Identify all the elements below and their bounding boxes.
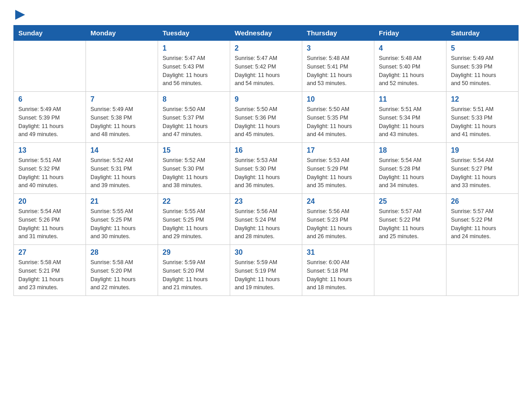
day-number: 3	[307, 44, 369, 52]
day-number: 2	[235, 44, 297, 52]
day-number: 7	[90, 95, 153, 103]
calendar-cell: 3Sunrise: 5:48 AMSunset: 5:41 PMDaylight…	[302, 41, 374, 92]
calendar-week-row: 1Sunrise: 5:47 AMSunset: 5:43 PMDaylight…	[14, 41, 519, 92]
day-number: 13	[18, 146, 81, 154]
day-info: Sunrise: 5:56 AMSunset: 5:23 PMDaylight:…	[307, 207, 369, 241]
day-number: 31	[307, 248, 369, 257]
calendar-cell: 8Sunrise: 5:50 AMSunset: 5:37 PMDaylight…	[158, 92, 230, 143]
day-info: Sunrise: 5:58 AMSunset: 5:20 PMDaylight:…	[90, 258, 153, 292]
calendar-cell: 16Sunrise: 5:53 AMSunset: 5:30 PMDayligh…	[230, 143, 302, 194]
calendar-cell: 2Sunrise: 5:47 AMSunset: 5:42 PMDaylight…	[230, 41, 302, 92]
calendar-cell: 14Sunrise: 5:52 AMSunset: 5:31 PMDayligh…	[86, 143, 158, 194]
day-number: 26	[451, 197, 514, 206]
calendar-header: SundayMondayTuesdayWednesdayThursdayFrid…	[14, 26, 519, 41]
calendar-cell: 31Sunrise: 6:00 AMSunset: 5:18 PMDayligh…	[302, 245, 374, 296]
calendar-cell: 26Sunrise: 5:57 AMSunset: 5:22 PMDayligh…	[446, 194, 519, 245]
calendar-day-header: Friday	[374, 26, 446, 41]
day-info: Sunrise: 5:59 AMSunset: 5:20 PMDaylight:…	[163, 258, 225, 292]
day-info: Sunrise: 5:55 AMSunset: 5:25 PMDaylight:…	[163, 207, 225, 241]
calendar-week-row: 13Sunrise: 5:51 AMSunset: 5:32 PMDayligh…	[14, 143, 519, 194]
calendar-cell: 4Sunrise: 5:48 AMSunset: 5:40 PMDaylight…	[374, 41, 446, 92]
day-info: Sunrise: 6:00 AMSunset: 5:18 PMDaylight:…	[307, 258, 369, 292]
day-info: Sunrise: 5:51 AMSunset: 5:34 PMDaylight:…	[379, 105, 442, 139]
calendar-cell: 11Sunrise: 5:51 AMSunset: 5:34 PMDayligh…	[374, 92, 446, 143]
day-info: Sunrise: 5:51 AMSunset: 5:33 PMDaylight:…	[451, 105, 514, 139]
calendar-week-row: 20Sunrise: 5:54 AMSunset: 5:26 PMDayligh…	[14, 194, 519, 245]
day-info: Sunrise: 5:53 AMSunset: 5:30 PMDaylight:…	[235, 156, 297, 190]
day-number: 8	[163, 95, 225, 103]
day-info: Sunrise: 5:52 AMSunset: 5:31 PMDaylight:…	[90, 156, 153, 190]
day-info: Sunrise: 5:49 AMSunset: 5:38 PMDaylight:…	[90, 105, 153, 139]
day-info: Sunrise: 5:49 AMSunset: 5:39 PMDaylight:…	[18, 105, 81, 139]
day-info: Sunrise: 5:56 AMSunset: 5:24 PMDaylight:…	[235, 207, 297, 241]
calendar-cell: 24Sunrise: 5:56 AMSunset: 5:23 PMDayligh…	[302, 194, 374, 245]
logo-triangle-icon	[15, 10, 25, 21]
day-info: Sunrise: 5:49 AMSunset: 5:39 PMDaylight:…	[451, 54, 514, 88]
calendar-cell	[14, 41, 86, 92]
day-number: 24	[307, 197, 369, 206]
day-number: 20	[18, 197, 81, 206]
calendar-day-header: Tuesday	[158, 26, 230, 41]
day-number: 25	[379, 197, 442, 206]
calendar-body: 1Sunrise: 5:47 AMSunset: 5:43 PMDaylight…	[14, 41, 519, 296]
calendar-table: SundayMondayTuesdayWednesdayThursdayFrid…	[13, 25, 519, 296]
day-number: 10	[307, 95, 369, 103]
day-info: Sunrise: 5:58 AMSunset: 5:21 PMDaylight:…	[18, 258, 81, 292]
day-info: Sunrise: 5:54 AMSunset: 5:27 PMDaylight:…	[451, 156, 514, 190]
calendar-day-header: Sunday	[14, 26, 86, 41]
calendar-cell: 30Sunrise: 5:59 AMSunset: 5:19 PMDayligh…	[230, 245, 302, 296]
calendar-cell: 6Sunrise: 5:49 AMSunset: 5:39 PMDaylight…	[14, 92, 86, 143]
calendar-cell: 10Sunrise: 5:50 AMSunset: 5:35 PMDayligh…	[302, 92, 374, 143]
calendar-cell	[86, 41, 158, 92]
calendar-cell: 23Sunrise: 5:56 AMSunset: 5:24 PMDayligh…	[230, 194, 302, 245]
day-number: 14	[90, 146, 153, 154]
calendar-cell: 9Sunrise: 5:50 AMSunset: 5:36 PMDaylight…	[230, 92, 302, 143]
day-number: 29	[163, 248, 225, 257]
day-info: Sunrise: 5:48 AMSunset: 5:41 PMDaylight:…	[307, 54, 369, 88]
day-number: 28	[90, 248, 153, 257]
calendar-cell: 18Sunrise: 5:54 AMSunset: 5:28 PMDayligh…	[374, 143, 446, 194]
day-info: Sunrise: 5:50 AMSunset: 5:37 PMDaylight:…	[163, 105, 225, 139]
day-number: 27	[18, 248, 81, 257]
day-number: 5	[451, 44, 514, 52]
day-number: 16	[235, 146, 297, 154]
calendar-cell: 27Sunrise: 5:58 AMSunset: 5:21 PMDayligh…	[14, 245, 86, 296]
calendar-day-header: Thursday	[302, 26, 374, 41]
calendar-cell: 17Sunrise: 5:53 AMSunset: 5:29 PMDayligh…	[302, 143, 374, 194]
day-info: Sunrise: 5:47 AMSunset: 5:42 PMDaylight:…	[235, 54, 297, 88]
calendar-cell: 25Sunrise: 5:57 AMSunset: 5:22 PMDayligh…	[374, 194, 446, 245]
calendar-cell	[374, 245, 446, 296]
svg-marker-0	[15, 10, 25, 20]
calendar-cell: 1Sunrise: 5:47 AMSunset: 5:43 PMDaylight…	[158, 41, 230, 92]
logo	[13, 9, 25, 21]
calendar-cell: 15Sunrise: 5:52 AMSunset: 5:30 PMDayligh…	[158, 143, 230, 194]
day-number: 15	[163, 146, 225, 154]
calendar-cell: 22Sunrise: 5:55 AMSunset: 5:25 PMDayligh…	[158, 194, 230, 245]
day-number: 21	[90, 197, 153, 206]
calendar-day-header: Wednesday	[230, 26, 302, 41]
day-number: 6	[18, 95, 81, 103]
day-number: 23	[235, 197, 297, 206]
day-number: 18	[379, 146, 442, 154]
day-info: Sunrise: 5:47 AMSunset: 5:43 PMDaylight:…	[163, 54, 225, 88]
day-info: Sunrise: 5:55 AMSunset: 5:25 PMDaylight:…	[90, 207, 153, 241]
calendar-cell	[446, 245, 519, 296]
day-number: 4	[379, 44, 442, 52]
calendar-day-header: Saturday	[446, 26, 519, 41]
calendar-week-row: 6Sunrise: 5:49 AMSunset: 5:39 PMDaylight…	[14, 92, 519, 143]
day-info: Sunrise: 5:54 AMSunset: 5:26 PMDaylight:…	[18, 207, 81, 241]
calendar-cell: 28Sunrise: 5:58 AMSunset: 5:20 PMDayligh…	[86, 245, 158, 296]
calendar-cell: 20Sunrise: 5:54 AMSunset: 5:26 PMDayligh…	[14, 194, 86, 245]
day-number: 1	[163, 44, 225, 52]
day-number: 11	[379, 95, 442, 103]
day-number: 19	[451, 146, 514, 154]
calendar-cell: 7Sunrise: 5:49 AMSunset: 5:38 PMDaylight…	[86, 92, 158, 143]
calendar-cell: 29Sunrise: 5:59 AMSunset: 5:20 PMDayligh…	[158, 245, 230, 296]
calendar-cell: 13Sunrise: 5:51 AMSunset: 5:32 PMDayligh…	[14, 143, 86, 194]
day-info: Sunrise: 5:50 AMSunset: 5:35 PMDaylight:…	[307, 105, 369, 139]
day-number: 9	[235, 95, 297, 103]
calendar-day-header: Monday	[86, 26, 158, 41]
day-info: Sunrise: 5:50 AMSunset: 5:36 PMDaylight:…	[235, 105, 297, 139]
calendar-week-row: 27Sunrise: 5:58 AMSunset: 5:21 PMDayligh…	[14, 245, 519, 296]
day-info: Sunrise: 5:57 AMSunset: 5:22 PMDaylight:…	[451, 207, 514, 241]
